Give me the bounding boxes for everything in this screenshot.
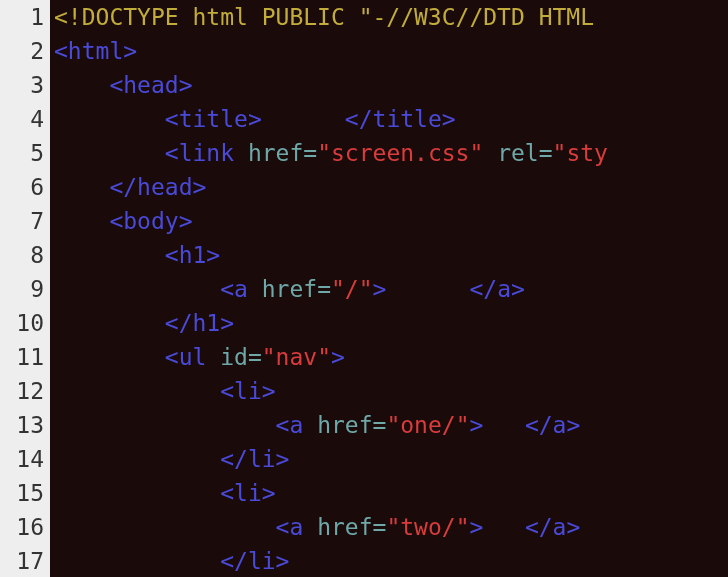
code-token: <	[109, 208, 123, 234]
code-line[interactable]: <ul id="nav">	[54, 340, 728, 374]
code-token: title	[373, 106, 442, 132]
code-line[interactable]: <body>	[54, 204, 728, 238]
code-line[interactable]: <a href="one/"> </a>	[54, 408, 728, 442]
code-token: <	[165, 344, 179, 370]
code-token: </	[220, 446, 248, 472]
code-token: "screen.css"	[317, 140, 483, 166]
code-token: li	[234, 378, 262, 404]
code-token: a	[289, 412, 303, 438]
code-token: >	[248, 106, 262, 132]
code-token: a	[553, 412, 567, 438]
line-number: 4	[0, 102, 44, 136]
code-token	[206, 344, 220, 370]
code-token: >	[262, 480, 276, 506]
code-token	[248, 276, 262, 302]
code-token: body	[123, 208, 178, 234]
code-line[interactable]: <li>	[54, 476, 728, 510]
code-token: <	[109, 72, 123, 98]
code-token	[234, 140, 248, 166]
code-line[interactable]: <a href="/"> </a>	[54, 272, 728, 306]
code-token: >	[566, 514, 580, 540]
code-token: </	[525, 514, 553, 540]
code-line[interactable]: <html>	[54, 34, 728, 68]
code-token: </	[345, 106, 373, 132]
code-token: <	[165, 106, 179, 132]
code-token: >	[566, 412, 580, 438]
code-token: li	[248, 548, 276, 574]
code-token: a	[497, 276, 511, 302]
line-number: 10	[0, 306, 44, 340]
code-line[interactable]: </h1>	[54, 306, 728, 340]
code-token: "nav"	[262, 344, 331, 370]
code-token: html	[68, 38, 123, 64]
code-token: >	[469, 412, 483, 438]
code-token: </	[220, 548, 248, 574]
code-token: >	[442, 106, 456, 132]
line-number: 7	[0, 204, 44, 238]
code-token: =	[303, 140, 317, 166]
code-line[interactable]: <a href="two/"> </a>	[54, 510, 728, 544]
line-number: 17	[0, 544, 44, 577]
code-token: <	[220, 480, 234, 506]
code-token: href	[262, 276, 317, 302]
line-number: 11	[0, 340, 44, 374]
code-token: href	[317, 514, 372, 540]
code-token: "one/"	[386, 412, 469, 438]
code-token: ul	[179, 344, 207, 370]
code-token: >	[331, 344, 345, 370]
code-token	[262, 106, 345, 132]
code-line[interactable]: <li>	[54, 374, 728, 408]
line-number: 9	[0, 272, 44, 306]
line-number: 12	[0, 374, 44, 408]
code-token: >	[179, 208, 193, 234]
code-token: </	[525, 412, 553, 438]
code-editor-area[interactable]: <!DOCTYPE html PUBLIC "-//W3C//DTD HTML<…	[50, 0, 728, 577]
code-token: >	[276, 446, 290, 472]
line-number: 15	[0, 476, 44, 510]
code-token	[483, 514, 525, 540]
code-line[interactable]: <title> </title>	[54, 102, 728, 136]
code-line[interactable]: <!DOCTYPE html PUBLIC "-//W3C//DTD HTML	[54, 0, 728, 34]
code-token: >	[276, 548, 290, 574]
code-token: a	[234, 276, 248, 302]
code-token: li	[248, 446, 276, 472]
code-token: <	[220, 378, 234, 404]
code-token: >	[511, 276, 525, 302]
code-token: >	[206, 242, 220, 268]
code-token	[386, 276, 469, 302]
code-token	[483, 412, 525, 438]
code-token: =	[373, 412, 387, 438]
code-token: rel	[497, 140, 539, 166]
code-token	[483, 140, 497, 166]
code-line[interactable]: <h1>	[54, 238, 728, 272]
code-token: <	[54, 38, 68, 64]
code-token: "two/"	[386, 514, 469, 540]
code-line[interactable]: <link href="screen.css" rel="sty	[54, 136, 728, 170]
line-number: 3	[0, 68, 44, 102]
code-token: h1	[179, 242, 207, 268]
code-token: >	[220, 310, 234, 336]
code-token: <	[165, 242, 179, 268]
code-line[interactable]: <head>	[54, 68, 728, 102]
line-number: 2	[0, 34, 44, 68]
line-number: 16	[0, 510, 44, 544]
line-number: 5	[0, 136, 44, 170]
code-token: href	[317, 412, 372, 438]
code-token: head	[137, 174, 192, 200]
line-number: 8	[0, 238, 44, 272]
code-token: </	[470, 276, 498, 302]
code-token: <	[165, 140, 179, 166]
code-token: </	[109, 174, 137, 200]
code-token: title	[179, 106, 248, 132]
code-token	[303, 412, 317, 438]
code-token: </	[165, 310, 193, 336]
code-token: h1	[192, 310, 220, 336]
code-token: =	[373, 514, 387, 540]
code-line[interactable]: </head>	[54, 170, 728, 204]
code-line[interactable]: </li>	[54, 544, 728, 577]
code-token: <	[276, 412, 290, 438]
code-token: >	[123, 38, 137, 64]
line-number: 1	[0, 0, 44, 34]
code-line[interactable]: </li>	[54, 442, 728, 476]
code-token: <	[220, 276, 234, 302]
